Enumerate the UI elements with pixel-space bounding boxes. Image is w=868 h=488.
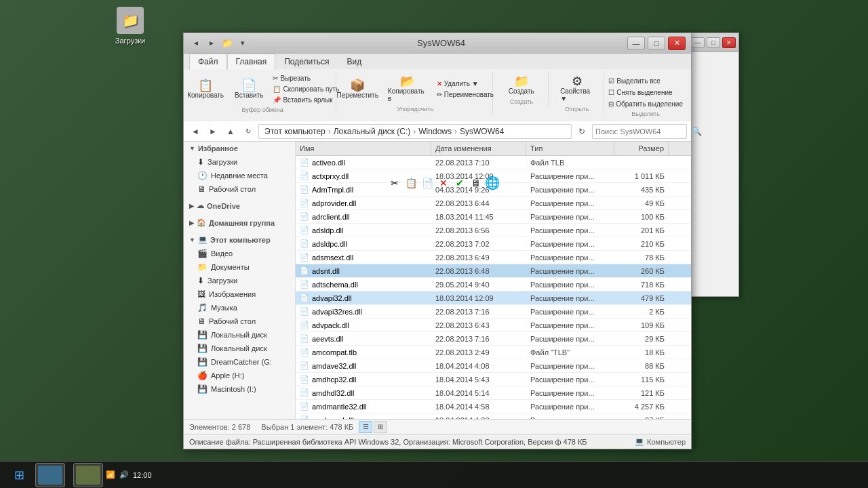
cut-overlay-icon[interactable]: ✂	[387, 176, 402, 190]
start-button[interactable]: ⊞	[5, 463, 33, 487]
table-row[interactable]: 📄 advpack.dll 22.08.2013 6:43 Расширение…	[296, 319, 691, 332]
path-drive[interactable]: Локальный диск (C:)	[332, 127, 412, 136]
column-date[interactable]: Дата изменения	[431, 142, 526, 155]
sidebar-item-apple[interactable]: 🍎 Apple (H:)	[184, 369, 295, 382]
back-button[interactable]: ◄	[188, 124, 203, 139]
sidebar-item-documents[interactable]: 📁 Документы	[184, 260, 295, 274]
table-row[interactable]: 📄 adprovider.dll 22.08.2013 6:44 Расшире…	[296, 197, 691, 210]
sidebar-item-downloads[interactable]: ⬇ Загрузки	[184, 155, 295, 169]
folder-icon-toolbar[interactable]: 📁	[220, 37, 234, 49]
table-row[interactable]: 📄 amdhdl32.dll 18.04.2014 5:14 Расширени…	[296, 386, 691, 400]
sidebar-onedrive-header[interactable]: ▶ ☁ OneDrive	[184, 199, 295, 213]
table-row[interactable]: 📄 adtschema.dll 29.05.2014 9:40 Расширен…	[296, 278, 691, 291]
search-input[interactable]	[595, 127, 689, 136]
table-row[interactable]: 📄 advapi32.dll 18.03.2014 12:09 Расширен…	[296, 291, 691, 305]
copy-path-button[interactable]: 📋 Скопировать путь	[269, 84, 342, 94]
table-row[interactable]: 📄 adsmsext.dll 22.08.2013 6:49 Расширени…	[296, 251, 691, 264]
pin-icon[interactable]: ▾	[236, 37, 250, 49]
desktop-icon-downloads[interactable]: 📁 Загрузки	[108, 7, 152, 45]
search-icon[interactable]: 🔍	[692, 127, 702, 136]
tab-file[interactable]: Файл	[189, 54, 227, 70]
table-row[interactable]: 📄 amdave32.dll 18.04.2014 4:08 Расширени…	[296, 359, 691, 373]
close-button[interactable]: ✕	[668, 37, 686, 50]
sidebar-item-local1[interactable]: 💾 Локальный диск	[184, 328, 295, 342]
up-button[interactable]: ▲	[223, 124, 238, 139]
forward-arrow-icon[interactable]: ►	[205, 37, 218, 49]
forward-button[interactable]: ►	[205, 124, 220, 139]
list-view-button[interactable]: ☰	[359, 421, 372, 433]
sidebar-item-downloads2[interactable]: ⬇ Загрузки	[184, 274, 295, 287]
secondary-maximize-btn[interactable]: □	[707, 37, 720, 48]
secondary-close-btn[interactable]: ✕	[722, 37, 736, 48]
file-date-cell: 22.08.2013 6:56	[431, 226, 526, 235]
sidebar-favorites-header[interactable]: ▼ Избранное	[184, 142, 295, 155]
copy-button[interactable]: 📋 Копировать	[182, 77, 229, 101]
table-row[interactable]: 📄 amdmantle32.dll 18.04.2014 4:58 Расшир…	[296, 400, 691, 413]
invert-selection-button[interactable]: ⊟ Обратить выделение	[605, 99, 686, 109]
paste-shortcut-button[interactable]: 📌 Вставить ярлык	[269, 95, 342, 105]
move-to-button[interactable]: 📦 Переместить	[334, 77, 382, 101]
file-icon: 📄	[300, 266, 309, 275]
copy-to-button[interactable]: 📂 Копировать в	[383, 73, 432, 104]
sidebar-item-dreamcatcher[interactable]: 💾 DreamCatcher (G:	[184, 355, 295, 369]
sidebar-item-images[interactable]: 🖼 Изображения	[184, 287, 295, 301]
taskbar-thumb-1[interactable]	[35, 463, 65, 487]
details-view-button[interactable]: ⊞	[374, 421, 387, 433]
sidebar-item-local2[interactable]: 💾 Локальный диск	[184, 342, 295, 355]
sidebar-item-desktop[interactable]: 🖥 Рабочий стол	[184, 182, 295, 196]
tab-share[interactable]: Поделиться	[275, 54, 338, 69]
table-row[interactable]: 📄 advapi32res.dll 22.08.2013 7:16 Расшир…	[296, 305, 691, 319]
deselect-button[interactable]: ☐ Снять выделение	[605, 87, 686, 98]
monitor-overlay-icon[interactable]: 🖥	[469, 176, 484, 190]
minimize-button[interactable]: —	[627, 37, 645, 50]
maximize-button[interactable]: □	[648, 37, 665, 50]
table-row[interactable]: 📄 adsldpc.dll 22.08.2013 7:02 Расширение…	[296, 237, 691, 251]
globe-overlay-icon[interactable]: 🌐	[485, 176, 500, 190]
address-path[interactable]: Этот компьютер › Локальный диск (C:) › W…	[258, 124, 572, 139]
table-row[interactable]: 📄 adrclient.dll 18.03.2014 11:45 Расшире…	[296, 210, 691, 224]
table-row[interactable]: 📄 aeevts.dll 22.08.2013 7:16 Расширение …	[296, 332, 691, 346]
table-row[interactable]: 📄 activeо.dll 22.08.2013 7:10 Файл TLB	[296, 156, 691, 169]
path-computer[interactable]: Этот компьютер	[263, 127, 327, 136]
taskbar-thumb-2[interactable]	[73, 463, 103, 487]
sidebar-thispc-header[interactable]: ▼ 💻 Этот компьютер	[184, 232, 295, 247]
tab-view[interactable]: Вид	[338, 54, 370, 69]
secondary-minimize-btn[interactable]: —	[691, 37, 705, 48]
sidebar-item-recent[interactable]: 🕐 Недавние места	[184, 169, 295, 182]
paste-overlay-icon[interactable]: 📄	[420, 176, 435, 190]
sidebar-item-video[interactable]: 🎬 Видео	[184, 247, 295, 260]
paste-button[interactable]: 📄 Вставить	[230, 77, 268, 101]
create-label: Создать	[510, 98, 533, 105]
path-windows[interactable]: Windows	[417, 127, 453, 136]
copy-to-icon: 📂	[400, 75, 415, 87]
file-size-cell: 18 КБ	[614, 348, 669, 357]
sidebar-homegroup-header[interactable]: ▶ 🏠 Домашняя группа	[184, 216, 295, 230]
back-arrow-icon[interactable]: ◄	[189, 37, 203, 49]
delete-button[interactable]: ✕ Удалить ▼	[433, 79, 497, 89]
column-name[interactable]: Имя	[296, 142, 431, 155]
tab-home[interactable]: Главная	[227, 54, 276, 70]
table-row[interactable]: 📄 amdmmcl.dll 18.04.2014 4:33 Расширение…	[296, 413, 691, 419]
file-size-cell: 201 КБ	[614, 226, 669, 235]
column-size[interactable]: Размер	[614, 142, 669, 155]
delete-overlay-icon[interactable]: ✕	[436, 176, 451, 190]
file-size-cell: 435 КБ	[614, 186, 669, 194]
sidebar-item-macintosh[interactable]: 💾 Macintosh (I:)	[184, 382, 295, 396]
sidebar-item-desktop2[interactable]: 🖥 Рабочий стол	[184, 314, 295, 328]
new-folder-button[interactable]: 📁 Создать	[504, 73, 539, 97]
refresh-button[interactable]: ↻	[241, 124, 256, 139]
select-all-button[interactable]: ☑ Выделить все	[605, 76, 686, 86]
path-syswow64[interactable]: SysWOW64	[458, 127, 505, 136]
rename-button[interactable]: ✏ Переименовать	[433, 89, 497, 100]
table-row[interactable]: 📄 amdhcp32.dll 18.04.2014 5:43 Расширени…	[296, 373, 691, 386]
table-row[interactable]: 📄 amcompat.tlb 22.08.2013 2:49 Файл "TLB…	[296, 346, 691, 359]
cut-button[interactable]: ✂ Вырезать	[269, 73, 342, 83]
table-row[interactable]: 📄 adsnt.dll 22.08.2013 6:48 Расширение п…	[296, 264, 691, 278]
check-overlay-icon[interactable]: ✔	[452, 176, 467, 190]
properties-button[interactable]: ⚙ Свойства ▼	[555, 73, 598, 104]
sidebar-item-music[interactable]: 🎵 Музыка	[184, 301, 295, 314]
table-row[interactable]: 📄 adsldp.dll 22.08.2013 6:56 Расширение …	[296, 224, 691, 237]
address-refresh-btn[interactable]: ↻	[574, 124, 589, 139]
copy-overlay-icon[interactable]: 📋	[403, 176, 418, 190]
column-type[interactable]: Тип	[526, 142, 614, 155]
